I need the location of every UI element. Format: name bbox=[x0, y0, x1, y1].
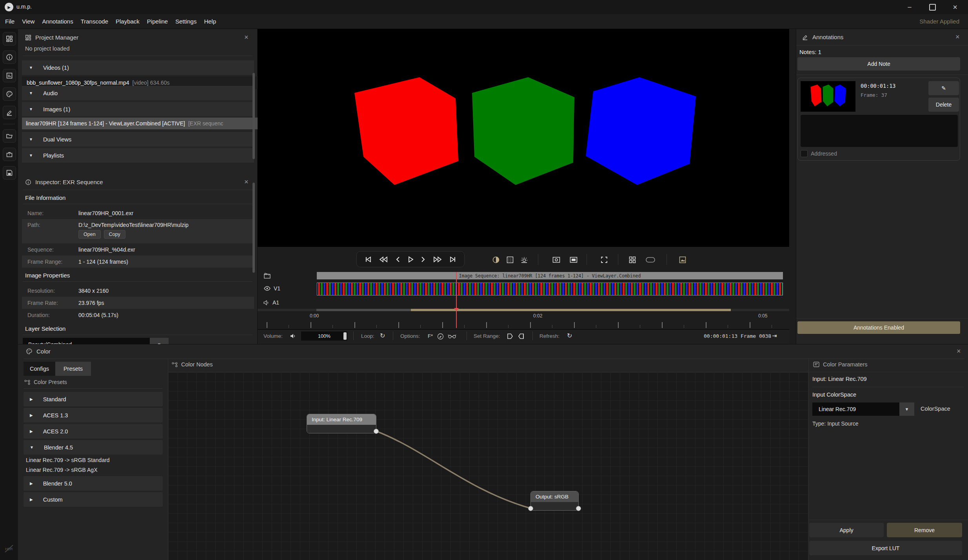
display-mode-button[interactable] bbox=[568, 255, 579, 265]
input-node-output-port[interactable] bbox=[374, 429, 379, 434]
close-icon[interactable]: × bbox=[244, 178, 249, 185]
input-node[interactable]: Input: Linear Rec.709 bbox=[307, 414, 376, 433]
audio-track-head[interactable]: A1 bbox=[263, 299, 279, 306]
minimize-button[interactable]: – bbox=[904, 3, 915, 11]
timeline-clip-bar[interactable]: Image Sequence: linear709HR [124 frames … bbox=[317, 272, 783, 279]
addressed-checkbox[interactable] bbox=[801, 150, 808, 157]
histogram-button[interactable] bbox=[505, 255, 515, 265]
section-images[interactable]: ▼ Images (1) bbox=[22, 102, 254, 116]
previous-frame-button[interactable] bbox=[395, 256, 401, 263]
rewind-button[interactable] bbox=[379, 256, 388, 263]
playhead-line[interactable] bbox=[456, 272, 457, 328]
exposure-button[interactable] bbox=[519, 255, 529, 265]
fullscreen-button[interactable] bbox=[599, 255, 609, 265]
close-icon[interactable]: × bbox=[955, 33, 960, 40]
delete-note-button[interactable]: Delete bbox=[928, 98, 959, 112]
output-node-body bbox=[531, 502, 578, 510]
annotations-enabled-toggle[interactable]: Annotations Enabled bbox=[797, 321, 960, 334]
note-card[interactable]: 00:00:01:13 Frame: 37 ✎ Delete Addressed bbox=[797, 78, 960, 161]
output-node[interactable]: Output: sRGB bbox=[530, 491, 579, 511]
note-timecode: 00:00:01:13 bbox=[861, 83, 895, 89]
next-frame-button[interactable] bbox=[420, 256, 426, 263]
layout-grid-button[interactable] bbox=[627, 255, 637, 265]
menu-file[interactable]: File bbox=[5, 18, 15, 25]
menu-view[interactable]: View bbox=[22, 18, 35, 25]
menu-annotations[interactable]: Annotations bbox=[42, 18, 73, 25]
preset-group-aces20[interactable]: ▶ ACES 2.0 bbox=[24, 424, 163, 439]
loop-icon[interactable]: ↻ bbox=[380, 332, 385, 339]
remove-button[interactable]: Remove bbox=[887, 523, 962, 537]
video-clip-region[interactable] bbox=[317, 283, 783, 295]
export-lut-button[interactable]: Export LUT bbox=[809, 541, 962, 555]
scrollbar-thumb[interactable] bbox=[252, 183, 255, 273]
menu-help[interactable]: Help bbox=[204, 18, 216, 25]
section-videos[interactable]: ▼ Videos (1) bbox=[22, 60, 254, 75]
chevron-right-icon: ▶ bbox=[30, 497, 33, 502]
skip-end-button[interactable] bbox=[449, 256, 457, 263]
edit-note-button[interactable]: ✎ bbox=[928, 81, 959, 95]
apply-button[interactable]: Apply bbox=[809, 523, 884, 537]
preview-glasses-icon[interactable] bbox=[448, 333, 456, 339]
preset-item-srgb-standard[interactable]: Linear Rec.709 -> sRGB Standard bbox=[26, 457, 110, 463]
rail-open-folder-button[interactable] bbox=[3, 129, 16, 143]
image-list-item-selected[interactable]: linear709HR [124 frames 1-124] - ViewLay… bbox=[22, 118, 258, 129]
output-node-output-port[interactable] bbox=[576, 506, 581, 511]
layer-select-dropdown-button[interactable]: ▼ bbox=[150, 338, 169, 344]
section-audio[interactable]: ▼ Audio bbox=[22, 86, 254, 100]
image-view-button[interactable] bbox=[677, 255, 688, 265]
preset-label: ACES 1.3 bbox=[43, 412, 68, 419]
refresh-icon[interactable]: ↻ bbox=[567, 332, 572, 339]
safe-area-button[interactable] bbox=[645, 255, 656, 265]
preset-group-aces13[interactable]: ▶ ACES 1.3 bbox=[24, 408, 163, 422]
volume-slider-handle[interactable] bbox=[343, 332, 347, 340]
menu-settings[interactable]: Settings bbox=[175, 18, 196, 25]
play-button[interactable] bbox=[407, 256, 414, 263]
output-node-input-port[interactable] bbox=[528, 506, 533, 511]
rail-color-button[interactable] bbox=[3, 87, 16, 101]
options-f-button[interactable]: F* bbox=[428, 333, 433, 339]
rail-toolbox-button[interactable] bbox=[3, 148, 16, 161]
rail-save-button[interactable] bbox=[3, 166, 16, 179]
layer-select[interactable]: Beauty/Combined bbox=[23, 338, 150, 344]
edit-options-icon[interactable] bbox=[437, 333, 444, 340]
colorspace-select[interactable]: Linear Rec.709 bbox=[812, 402, 899, 416]
close-window-button[interactable]: × bbox=[949, 3, 961, 11]
close-icon[interactable]: × bbox=[957, 348, 961, 355]
copy-path-button[interactable]: Copy bbox=[104, 230, 125, 239]
preset-group-blender45[interactable]: ▼ Blender 4.5 bbox=[24, 440, 163, 455]
skip-start-button[interactable] bbox=[364, 256, 372, 263]
viewer-viewport[interactable] bbox=[258, 29, 789, 247]
menu-pipeline[interactable]: Pipeline bbox=[147, 18, 168, 25]
section-playlists[interactable]: ▼ Playlists bbox=[22, 148, 254, 163]
open-path-button[interactable]: Open bbox=[78, 230, 101, 239]
preset-group-custom[interactable]: ▶ Custom bbox=[24, 492, 163, 507]
note-text-area[interactable] bbox=[801, 115, 958, 147]
rail-projects-button[interactable] bbox=[3, 32, 16, 45]
menu-transcode[interactable]: Transcode bbox=[81, 18, 108, 25]
rail-inspector-button[interactable] bbox=[3, 51, 16, 64]
add-note-button[interactable]: Add Note bbox=[797, 57, 960, 71]
playhead-marker[interactable] bbox=[454, 308, 459, 311]
close-icon[interactable]: × bbox=[244, 34, 249, 41]
maximize-button[interactable] bbox=[926, 3, 938, 11]
preset-group-standard[interactable]: ▶ Standard bbox=[24, 392, 163, 406]
node-graph-canvas[interactable]: Input: Linear Rec.709 Output: sRGB bbox=[168, 372, 808, 560]
menu-playback[interactable]: Playback bbox=[116, 18, 140, 25]
volume-slider[interactable]: 100% bbox=[301, 332, 347, 341]
rail-annotate-button[interactable] bbox=[3, 106, 16, 119]
video-track-head[interactable]: V1 bbox=[264, 285, 280, 292]
contrast-toggle-button[interactable] bbox=[491, 255, 501, 265]
section-dual-views[interactable]: ▼ Dual Views bbox=[22, 132, 254, 147]
preset-group-blender50[interactable]: ▶ Blender 5.0 bbox=[24, 476, 163, 491]
set-range-in-icon[interactable] bbox=[507, 333, 514, 339]
rail-script-button[interactable] bbox=[3, 69, 16, 82]
scrollbar-thumb[interactable] bbox=[252, 73, 255, 159]
colorspace-dropdown-button[interactable]: ▼ bbox=[899, 402, 914, 416]
fast-forward-button[interactable] bbox=[433, 256, 442, 263]
jump-to-frame-icon[interactable]: ⇥ bbox=[772, 332, 777, 339]
set-range-out-icon[interactable] bbox=[518, 333, 525, 339]
snapshot-button[interactable] bbox=[551, 255, 561, 265]
tab-presets[interactable]: Presets bbox=[55, 362, 91, 376]
tab-configs[interactable]: Configs bbox=[24, 362, 55, 376]
preset-item-srgb-agx[interactable]: Linear Rec.709 -> sRGB AgX bbox=[26, 467, 98, 473]
